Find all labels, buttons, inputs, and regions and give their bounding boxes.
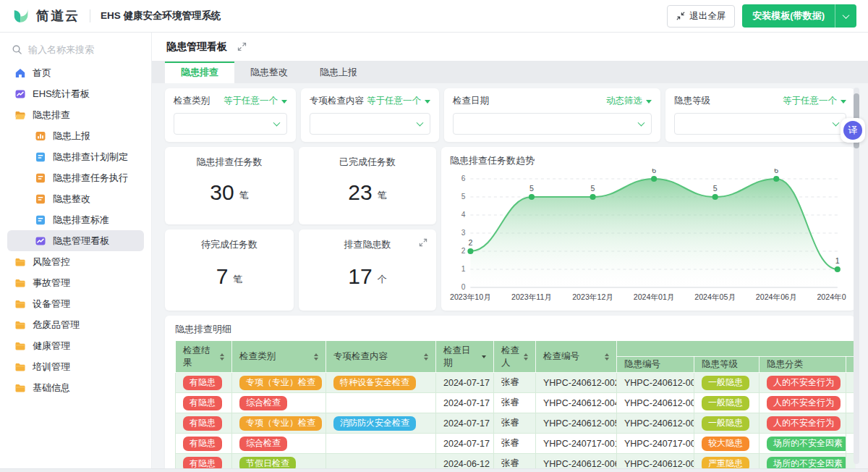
sidebar-item[interactable]: EHS统计看板 — [7, 83, 144, 104]
folder-icon — [14, 256, 26, 268]
tab-item[interactable]: 隐患上报 — [304, 62, 373, 83]
report-icon — [35, 130, 46, 142]
filter-select[interactable] — [174, 113, 287, 135]
column-header[interactable]: 专项检查内容 — [326, 341, 436, 373]
cell-badge: 有隐患 — [183, 376, 222, 390]
filter-condition-link[interactable]: 等于任意一个 — [224, 95, 287, 107]
expand-icon[interactable] — [419, 237, 427, 250]
stat-value: 23 — [348, 180, 372, 205]
sidebar-item[interactable]: 隐患排查 — [7, 104, 144, 125]
sort-asc-icon — [220, 353, 224, 356]
sub-column-header[interactable]: 隐患等级 — [694, 357, 760, 373]
cell-badge: 有隐患 — [183, 457, 222, 469]
exit-fullscreen-icon — [676, 12, 685, 20]
topbar-divider — [90, 9, 90, 22]
trend-chart-svg: 012345625565612023年10月2023年11月2023年12月20… — [450, 169, 846, 306]
filter-select[interactable] — [310, 113, 430, 135]
sidebar-item[interactable]: 隐患排查任务执行 — [7, 167, 144, 188]
svg-text:4: 4 — [461, 211, 466, 219]
install-template-button[interactable]: 安装模板(带数据) — [742, 4, 835, 28]
table-cell: 张睿 — [494, 434, 536, 454]
stat-label: 排查隐患数 — [344, 238, 391, 251]
sub-column-header[interactable]: 隐患分类 — [760, 357, 846, 373]
column-header-inner: 检查结果 — [183, 345, 224, 369]
cell-badge: 有隐患 — [183, 396, 222, 410]
column-header[interactable]: 检查人 — [494, 341, 536, 373]
svg-text:2: 2 — [461, 248, 466, 256]
exit-fullscreen-button[interactable]: 退出全屏 — [667, 5, 735, 28]
column-header[interactable]: 检查编号 — [536, 341, 617, 373]
sidebar-item[interactable]: 隐患上报 — [7, 125, 144, 146]
filter-condition-link[interactable]: 等于任意一个 — [367, 95, 430, 107]
chevron-down-icon — [417, 119, 424, 127]
stat-value-wrap: 23笔 — [348, 169, 386, 224]
sidebar-item[interactable]: 隐患管理看板 — [7, 230, 144, 251]
sort-desc-icon — [524, 358, 528, 361]
filter-card: 专项检查内容等于任意一个 — [301, 88, 439, 142]
sub-column-header[interactable]: 隐患编号 — [617, 357, 694, 373]
filter-head: 专项检查内容等于任意一个 — [310, 95, 430, 107]
sidebar-item[interactable]: 基础信息 — [7, 377, 144, 398]
column-header[interactable]: 检查类别 — [232, 341, 326, 373]
svg-text:6: 6 — [652, 169, 656, 174]
sidebar-item-label: 事故管理 — [33, 277, 70, 290]
column-header-inner: 检查日期 — [443, 345, 486, 369]
scrollbar-track[interactable] — [854, 88, 859, 464]
sidebar-item[interactable]: 健康管理 — [7, 335, 144, 356]
sidebar-item[interactable]: 事故管理 — [7, 272, 144, 293]
search-input[interactable] — [28, 44, 137, 55]
filter-condition-link[interactable]: 等于任意一个 — [783, 95, 846, 107]
table-row: 有隐患综合检查2024-07-17张睿YHPC-240612-004YHPC-2… — [176, 393, 856, 413]
stats-grid: 隐患排查任务数趋势 012345625565612023年10月2023年11月… — [165, 147, 855, 311]
sort-asc-icon — [314, 353, 318, 356]
table-cell: 有隐患 — [176, 434, 232, 454]
caret-down-icon — [281, 100, 287, 106]
install-template-dropdown-button[interactable] — [835, 4, 856, 28]
sidebar-item[interactable]: 风险管控 — [7, 251, 144, 272]
sidebar-item[interactable]: 危废品管理 — [7, 314, 144, 335]
sidebar-item[interactable]: 隐患排查标准 — [7, 209, 144, 230]
brand: 简道云 — [12, 7, 80, 25]
table-cell: 场所的不安全因素 — [760, 434, 846, 454]
stat-value: 7 — [216, 264, 229, 289]
tab-active[interactable]: 隐患排查 — [165, 62, 234, 83]
exit-fullscreen-label: 退出全屏 — [689, 10, 726, 22]
caret-down-icon — [841, 100, 846, 106]
table-cell: 张睿 — [494, 413, 536, 434]
column-header-label: 检查类别 — [239, 350, 276, 363]
svg-text:2023年12月: 2023年12月 — [572, 292, 613, 301]
sidebar-item[interactable]: 设备管理 — [7, 293, 144, 314]
sidebar-item[interactable]: 隐患排查计划制定 — [7, 146, 144, 167]
column-header-label: 检查日期 — [443, 345, 477, 369]
table-cell: YHPC-240612-005-01 — [617, 413, 694, 434]
table-cell: 专项（专业）检查 — [232, 373, 326, 393]
cell-badge: 一般隐患 — [702, 416, 749, 431]
cell-badge: 综合检查 — [239, 437, 287, 451]
sidebar-item-label: EHS统计看板 — [33, 88, 90, 101]
svg-text:1: 1 — [835, 256, 840, 265]
table-cell: 张睿 — [494, 373, 536, 393]
filter-select[interactable] — [674, 113, 846, 135]
sort-icon — [524, 353, 528, 361]
column-header[interactable]: 检查结果 — [176, 341, 232, 373]
filter-condition-link[interactable]: 动态筛选 — [606, 95, 652, 107]
topbar: 简道云 EHS 健康安全环境管理系统 退出全屏 安装模板(带数据) — [0, 0, 868, 33]
sort-desc-icon — [482, 355, 486, 358]
filter-head: 检查日期动态筛选 — [453, 95, 652, 107]
folder-icon — [14, 298, 26, 310]
translate-fab[interactable]: 译 — [841, 118, 865, 143]
sidebar-item[interactable]: 首页 — [7, 62, 144, 83]
stat-value-wrap: 30笔 — [210, 169, 248, 224]
filter-label: 专项检查内容 — [310, 95, 364, 107]
svg-text:1: 1 — [461, 266, 466, 274]
filter-select[interactable] — [453, 113, 652, 135]
stat-unit: 笔 — [378, 189, 387, 202]
sidebar-item-label: 风险管控 — [33, 256, 70, 269]
tab-item[interactable]: 隐患整改 — [234, 62, 304, 83]
column-header[interactable]: 检查日期 — [436, 341, 494, 373]
sidebar-item[interactable]: 隐患整改 — [7, 188, 144, 209]
sidebar-item-label: 隐患上报 — [53, 130, 90, 143]
form-blue-icon — [35, 214, 46, 226]
fullscreen-expand-icon[interactable] — [237, 42, 247, 51]
sidebar-item[interactable]: 培训管理 — [7, 356, 144, 377]
